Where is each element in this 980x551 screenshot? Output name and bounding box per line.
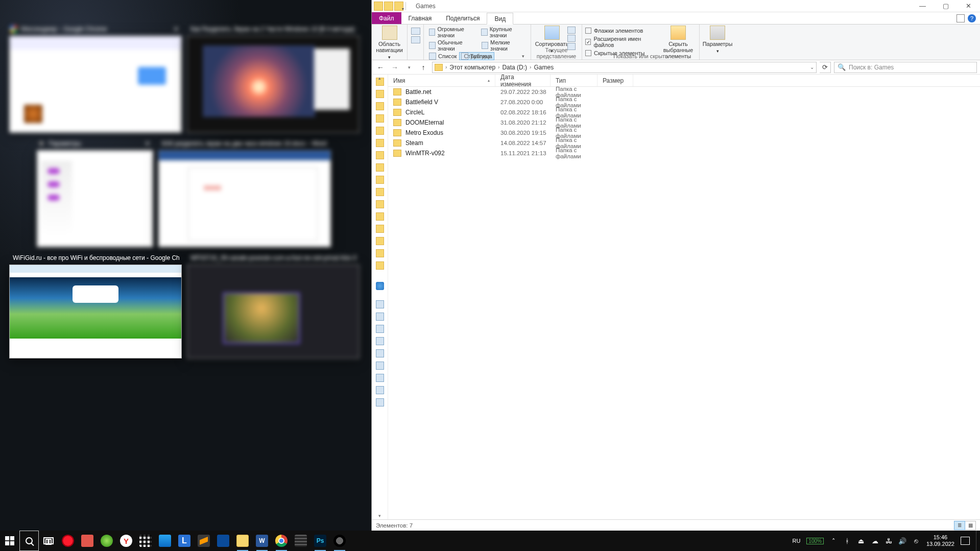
file-row[interactable]: CircleL02.08.2022 18:16Папка с файлами xyxy=(388,107,980,117)
snap-tile-settings[interactable]: Параметры✕ xyxy=(37,150,153,247)
snap-tile-chrome-messenger[interactable]: Мессенджер – Google Chrome✕ xyxy=(9,36,182,133)
qat-button[interactable] xyxy=(384,2,393,11)
quick-access-icon[interactable] xyxy=(376,200,384,208)
taskbar-app-browser[interactable] xyxy=(97,531,116,551)
action-center-button[interactable] xyxy=(961,537,970,545)
file-row[interactable]: Steam14.08.2022 14:57Папка с файлами xyxy=(388,138,980,148)
view-thumbnails-button[interactable]: ▦ xyxy=(965,521,976,530)
taskbar-app-cmd[interactable] xyxy=(213,531,233,551)
nav-item-icon[interactable] xyxy=(376,374,384,382)
breadcrumb-folder[interactable]: Games xyxy=(534,64,554,71)
tab-share[interactable]: Поделиться xyxy=(439,12,487,24)
quick-access-icon[interactable] xyxy=(376,237,384,245)
quick-access-icon[interactable] xyxy=(376,225,384,233)
quick-access-icon[interactable] xyxy=(376,90,384,98)
quick-access-icon[interactable] xyxy=(376,151,384,159)
nav-item-icon[interactable] xyxy=(376,398,384,406)
nav-item-icon[interactable] xyxy=(376,325,384,333)
close-button[interactable]: ✕ xyxy=(957,0,980,12)
taskbar-app-l[interactable]: L xyxy=(175,531,194,551)
start-button[interactable] xyxy=(0,531,19,551)
collapse-ribbon-icon[interactable] xyxy=(957,14,965,22)
task-view-button[interactable] xyxy=(39,531,58,551)
details-pane-icon[interactable] xyxy=(411,36,420,43)
nav-tree-collapsed[interactable]: ▴ xyxy=(372,75,388,519)
language-indicator[interactable]: RU xyxy=(792,538,800,544)
close-icon[interactable]: ✕ xyxy=(145,139,151,148)
nav-item-icon[interactable] xyxy=(376,313,384,321)
quick-access-icon[interactable] xyxy=(376,102,384,110)
taskbar-app-store[interactable] xyxy=(78,531,97,551)
clock[interactable]: 15:46 13.09.2022 xyxy=(926,534,954,547)
folder-icon[interactable] xyxy=(374,2,383,11)
col-date[interactable]: Дата изменения xyxy=(495,75,551,86)
show-desktop-button[interactable] xyxy=(976,531,979,551)
tab-home[interactable]: Главная xyxy=(401,12,439,24)
nav-pane-button[interactable]: Область навигации xyxy=(375,26,404,60)
col-name[interactable]: Имя▴ xyxy=(388,75,495,86)
breadcrumb-this-pc[interactable]: Этот компьютер xyxy=(449,64,495,71)
snap-tile-chrome-split[interactable]: Как Разделить Экран на 2 Части Windows 1… xyxy=(187,36,360,133)
taskbar-app-chrome[interactable] xyxy=(272,531,291,551)
nav-item-icon[interactable] xyxy=(376,349,384,357)
onedrive-tray-icon[interactable]: ☁ xyxy=(871,537,879,545)
onedrive-icon[interactable] xyxy=(376,282,384,290)
layout-medium[interactable]: Обычные значки xyxy=(427,39,480,52)
quick-access-icon[interactable] xyxy=(376,176,384,184)
nav-recent-button[interactable]: ▾ xyxy=(403,62,415,73)
group-by-icon[interactable] xyxy=(567,27,576,34)
quick-access-icon[interactable] xyxy=(376,114,384,123)
scroll-up-icon[interactable]: ▴ xyxy=(372,75,388,82)
layout-large[interactable]: Крупные значки xyxy=(479,26,528,39)
scroll-down-icon[interactable]: ▾ xyxy=(372,512,388,519)
nav-back-button[interactable]: ← xyxy=(375,62,386,73)
snap-tile-photoshop[interactable]: MP33719_39-canale-poveste-cum-a-fost-ne-… xyxy=(187,265,360,358)
this-pc-icon[interactable] xyxy=(376,300,384,308)
tab-view[interactable]: Вид xyxy=(487,13,513,25)
taskbar-app-terminal[interactable] xyxy=(291,531,310,551)
snap-tile-word[interactable]: КАК разделить экран на два часа windows … xyxy=(158,150,331,247)
breadcrumb-drive[interactable]: Data (D:) xyxy=(502,64,527,71)
quick-access-icon[interactable] xyxy=(376,188,384,196)
address-bar[interactable]: › Этот компьютер › Data (D:) › Games ⌄ xyxy=(432,62,817,73)
layout-small[interactable]: Мелкие значки xyxy=(480,39,528,52)
quick-access-icon[interactable] xyxy=(376,139,384,147)
close-icon[interactable]: ✕ xyxy=(173,25,179,33)
file-row[interactable]: Battlefield V27.08.2020 0:00Папка с файл… xyxy=(388,97,980,107)
col-type[interactable]: Тип xyxy=(551,75,597,86)
nav-forward-button[interactable]: → xyxy=(389,62,400,73)
nav-item-icon[interactable] xyxy=(376,337,384,345)
view-details-button[interactable]: ≣ xyxy=(954,521,965,530)
quick-access-icon[interactable] xyxy=(376,163,384,172)
col-size[interactable]: Размер xyxy=(597,75,633,86)
help-icon[interactable]: ? xyxy=(968,14,976,22)
quick-access-icon[interactable] xyxy=(376,261,384,270)
file-row[interactable]: Battle.net29.07.2022 20:38Папка с файлам… xyxy=(388,87,980,97)
taskbar-app-sublime[interactable] xyxy=(194,531,213,551)
taskbar-app-opera[interactable] xyxy=(58,531,78,551)
add-columns-icon[interactable] xyxy=(567,35,576,42)
refresh-button[interactable]: ⟳ xyxy=(820,62,831,73)
nav-item-icon[interactable] xyxy=(376,362,384,370)
quick-access-icon[interactable] xyxy=(376,249,384,257)
nav-up-button[interactable]: ↑ xyxy=(418,62,429,73)
check-file-ext[interactable]: ✓Расширения имен файлов xyxy=(585,35,659,49)
file-row[interactable]: WinMTR-v09215.11.2021 21:13Папка с файла… xyxy=(388,148,980,158)
tab-file[interactable]: Файл xyxy=(372,12,401,24)
taskbar-app-yandex[interactable] xyxy=(116,531,136,551)
battery-indicator[interactable]: 100% xyxy=(806,538,824,544)
options-button[interactable]: Параметры xyxy=(703,26,732,54)
file-row[interactable]: DOOMEternal31.08.2020 21:12Папка с файла… xyxy=(388,117,980,128)
check-item-flags[interactable]: Флажки элементов xyxy=(585,27,659,34)
taskbar-app-settings[interactable] xyxy=(330,531,349,551)
taskbar-app-mail[interactable] xyxy=(155,531,175,551)
quick-access-icon[interactable] xyxy=(376,212,384,221)
taskbar-app-photoshop[interactable]: Ps xyxy=(310,531,330,551)
volume-icon[interactable]: 🔊 xyxy=(899,537,906,545)
snap-tile-wifigid[interactable]: WiFiGid.ru - все про WiFi и беспроводные… xyxy=(9,265,182,358)
nav-item-icon[interactable] xyxy=(376,386,384,394)
taskbar-app-grid[interactable] xyxy=(136,531,155,551)
maximize-button[interactable]: ▢ xyxy=(934,0,957,12)
bluetooth-icon[interactable]: ᚼ xyxy=(844,537,851,545)
network-icon[interactable]: 🖧 xyxy=(885,537,893,545)
